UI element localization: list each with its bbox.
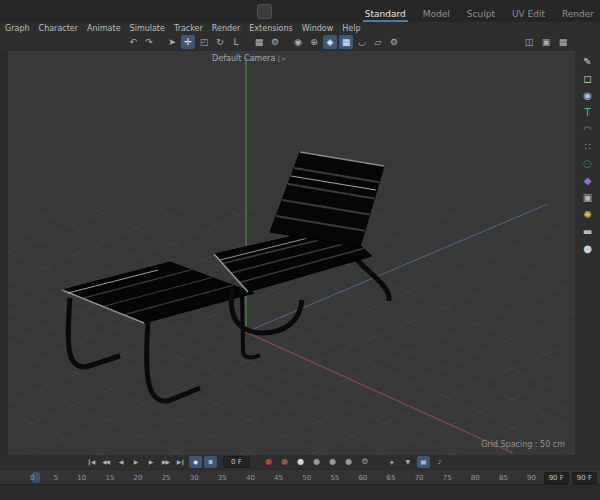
camera-icon[interactable]: ▣ xyxy=(580,191,596,204)
viewport[interactable]: Default Camera [> Grid Spacing : 50 cm xyxy=(8,50,575,455)
layout-panel-icon[interactable]: ▦ xyxy=(556,35,570,49)
bend-deformer-icon[interactable]: ◠ xyxy=(580,123,596,136)
layout-tabs: Standard Model Sculpt UV Edit Render xyxy=(363,0,596,22)
floor-icon[interactable]: ▬ xyxy=(580,225,596,238)
current-frame-field[interactable]: 0 F xyxy=(223,456,250,468)
menu-simulate[interactable]: Simulate xyxy=(130,24,165,33)
ruler-tick: 0 xyxy=(30,474,34,482)
lock-icon[interactable]: ◉ xyxy=(291,35,305,49)
ruler-tick: 5 xyxy=(54,474,58,482)
record-position-toggle[interactable]: ● xyxy=(294,456,307,468)
record-rotation-toggle[interactable]: ● xyxy=(326,456,339,468)
next-key-button[interactable]: ▶▶ xyxy=(159,456,172,468)
motext-icon[interactable]: T xyxy=(580,106,596,119)
tab-uv-edit[interactable]: UV Edit xyxy=(510,6,547,22)
ruler-tick: 60 xyxy=(358,474,367,482)
track-mode-toggle[interactable]: ≣ xyxy=(204,456,217,468)
prev-key-button[interactable]: ◀◀ xyxy=(99,456,112,468)
tab-render[interactable]: Render xyxy=(560,6,596,22)
redo-icon[interactable]: ↷ xyxy=(142,35,156,49)
range-frame-field[interactable]: 90 F xyxy=(572,472,597,484)
keyframe-selection-icon[interactable]: ◈ xyxy=(385,456,398,468)
menu-extensions[interactable]: Extensions xyxy=(249,24,292,33)
scale-tool-icon[interactable]: ◰ xyxy=(197,35,211,49)
quantize-icon[interactable]: ▦ xyxy=(339,35,353,49)
ruler-tick: 50 xyxy=(302,474,311,482)
menu-window[interactable]: Window xyxy=(302,24,334,33)
render-settings-icon[interactable]: ⚙ xyxy=(268,35,282,49)
axis-mode-icon[interactable]: ⊕ xyxy=(307,35,321,49)
play-button[interactable]: ▶ xyxy=(129,456,142,468)
ruler-tick: 85 xyxy=(499,474,508,482)
tab-model[interactable]: Model xyxy=(421,6,452,22)
spline-pen-icon[interactable]: ✎ xyxy=(580,55,596,68)
move-tool-icon[interactable]: ✛ xyxy=(181,35,195,49)
sound-toggle-icon[interactable]: ♪ xyxy=(433,456,446,468)
menu-help[interactable]: Help xyxy=(342,24,360,33)
record-scale-toggle[interactable]: ● xyxy=(310,456,323,468)
ruler-tick: 25 xyxy=(162,474,171,482)
app-icon xyxy=(257,4,272,19)
cube-primitive-icon[interactable]: ◻ xyxy=(580,72,596,85)
top-bar: Standard Model Sculpt UV Edit Render xyxy=(0,0,600,22)
field-icon[interactable]: ◌ xyxy=(580,157,596,170)
rotate-tool-icon[interactable]: ↻ xyxy=(213,35,227,49)
undo-icon[interactable]: ↶ xyxy=(126,35,140,49)
tool-bar: ↶ ↷ ➤ ✛ ◰ ↻ L ▦ ⚙ ◉ ⊕ ◈ ▦ ◡ ▱ ⚙ ◫ ▣ ▦ xyxy=(0,34,600,51)
viewport-canvas[interactable] xyxy=(8,50,575,455)
material-icon[interactable]: ● xyxy=(580,242,596,255)
timeline-extra-controls: ◈ ▼ ▤ ♪ xyxy=(385,456,446,468)
menu-tracker[interactable]: Tracker xyxy=(174,24,203,33)
ruler-track[interactable]: 0 5 10 15 20 25 30 35 40 45 50 55 60 65 … xyxy=(30,470,536,485)
ruler-tick: 35 xyxy=(218,474,227,482)
goto-end-button[interactable]: ▶❙ xyxy=(174,456,187,468)
record-param-toggle[interactable]: ● xyxy=(342,456,355,468)
ruler-tick: 10 xyxy=(77,474,86,482)
next-frame-button[interactable]: ▶ xyxy=(144,456,157,468)
menu-bar: Graph Character Animate Simulate Tracker… xyxy=(0,22,600,34)
magnet-icon[interactable]: ◡ xyxy=(355,35,369,49)
grid-spacing-label: Grid Spacing : 50 cm xyxy=(481,440,565,449)
layout-quad-view-icon[interactable]: ▣ xyxy=(539,35,553,49)
camera-label[interactable]: Default Camera [> xyxy=(212,54,286,63)
ruler-tick: 65 xyxy=(387,474,396,482)
transport-controls: ❙◀ ◀◀ ◀ ▶ ▶ ▶▶ ▶❙ ◆ ≣ xyxy=(84,456,217,468)
timeline-bar: ❙◀ ◀◀ ◀ ▶ ▶ ▶▶ ▶❙ ◆ ≣ 0 F ● ● ● ● ● ● ⚙ … xyxy=(0,455,600,469)
coordinate-system-icon[interactable]: L xyxy=(229,35,243,49)
layout-single-view-icon[interactable]: ◫ xyxy=(522,35,536,49)
menu-character[interactable]: Character xyxy=(39,24,79,33)
snap-icon[interactable]: ◈ xyxy=(323,35,337,49)
modeling-settings-icon[interactable]: ⚙ xyxy=(387,35,401,49)
menu-animate[interactable]: Animate xyxy=(87,24,121,33)
render-view-icon[interactable]: ▦ xyxy=(252,35,266,49)
cinema4d-window: Standard Model Sculpt UV Edit Render Gra… xyxy=(0,0,600,500)
light-icon[interactable]: ✺ xyxy=(580,208,596,221)
marker-icon[interactable]: ▼ xyxy=(401,456,414,468)
ruler-tick: 75 xyxy=(443,474,452,482)
mini-timeline-toggle[interactable]: ▤ xyxy=(417,456,430,468)
right-tool-sidebar: ✎ ◻ ◉ T ◠ ∷ ◌ ◆ ▣ ✺ ▬ ● xyxy=(575,50,600,455)
menu-graph[interactable]: Graph xyxy=(5,24,30,33)
camera-menu-caret[interactable]: [> xyxy=(278,55,287,63)
cloner-icon[interactable]: ∷ xyxy=(580,140,596,153)
subdivision-surface-icon[interactable]: ◉ xyxy=(580,89,596,102)
workplane-icon[interactable]: ▱ xyxy=(371,35,385,49)
live-selection-icon[interactable]: ➤ xyxy=(165,35,179,49)
menu-render[interactable]: Render xyxy=(212,24,240,33)
end-frame-field[interactable]: 90 F xyxy=(544,472,569,484)
ruler-tick: 80 xyxy=(471,474,480,482)
keyframe-settings-icon[interactable]: ⚙ xyxy=(358,456,371,468)
tab-sculpt[interactable]: Sculpt xyxy=(465,6,497,22)
volume-icon[interactable]: ◆ xyxy=(580,174,596,187)
status-bar xyxy=(0,484,600,500)
keyframe-mode-toggle[interactable]: ◆ xyxy=(189,456,202,468)
ruler-tick: 15 xyxy=(105,474,114,482)
goto-start-button[interactable]: ❙◀ xyxy=(84,456,97,468)
record-controls: ● ● ● ● ● ● ⚙ xyxy=(262,456,371,468)
record-key-button[interactable]: ● xyxy=(262,456,275,468)
tab-standard[interactable]: Standard xyxy=(363,6,408,22)
frame-ruler[interactable]: 0 5 10 15 20 25 30 35 40 45 50 55 60 65 … xyxy=(0,469,600,485)
left-edge-strip xyxy=(0,50,8,455)
prev-frame-button[interactable]: ◀ xyxy=(114,456,127,468)
autokey-toggle[interactable]: ● xyxy=(278,456,291,468)
